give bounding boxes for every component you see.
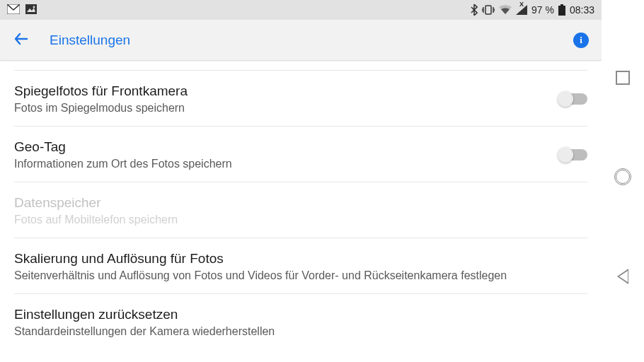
svg-rect-1 (25, 4, 37, 14)
svg-rect-3 (485, 6, 491, 14)
recent-apps-button[interactable] (616, 71, 630, 85)
svg-point-2 (33, 6, 35, 8)
bluetooth-icon (471, 4, 478, 16)
gmail-icon (7, 4, 20, 16)
item-geo-tag[interactable]: Geo-Tag Informationen zum Ort des Fotos … (14, 127, 587, 182)
svg-rect-4 (558, 6, 565, 16)
item-title: Spiegelfotos für Frontkamera (14, 83, 545, 99)
battery-icon (558, 4, 565, 16)
item-data-storage: Datenspeicher Fotos auf Mobiltelefon spe… (14, 182, 587, 238)
settings-list: Spiegelfotos für Frontkamera Fotos im Sp… (0, 61, 602, 349)
toggle-switch[interactable] (559, 93, 587, 105)
svg-rect-5 (560, 4, 563, 6)
app-bar: Einstellungen i (0, 20, 602, 61)
image-icon (25, 4, 37, 16)
info-icon[interactable]: i (573, 33, 589, 48)
page-title: Einstellungen (50, 33, 553, 48)
item-subtitle: Standardeinstellungen der Kamera wiederh… (14, 325, 587, 338)
home-button[interactable] (614, 168, 631, 185)
toggle-switch[interactable] (559, 149, 587, 160)
cell-signal-icon: X (516, 5, 527, 15)
item-scaling-resolution[interactable]: Skalierung und Auflösung für Fotos Seite… (14, 238, 587, 294)
item-subtitle: Fotos auf Mobiltelefon speichern (14, 214, 587, 226)
item-subtitle: Fotos im Spiegelmodus speichern (14, 102, 545, 115)
status-bar: X 97 % 08:33 (0, 0, 602, 20)
item-title: Datenspeicher (14, 195, 587, 211)
item-mirror-front-camera[interactable]: Spiegelfotos für Frontkamera Fotos im Sp… (14, 71, 587, 127)
back-arrow-icon[interactable] (13, 30, 30, 50)
system-nav-bar (602, 0, 644, 362)
vibrate-icon (482, 5, 495, 15)
item-subtitle: Seitenverhältnis und Auflösung von Fotos… (14, 269, 587, 282)
back-button[interactable] (617, 269, 628, 284)
item-reset-settings[interactable]: Einstellungen zurücksetzen Standardeinst… (14, 294, 587, 349)
clock-time: 08:33 (570, 4, 594, 16)
item-subtitle: Informationen zum Ort des Fotos speicher… (14, 158, 545, 170)
item-title: Skalierung und Auflösung für Fotos (14, 251, 587, 267)
wifi-icon (499, 5, 512, 15)
battery-percent: 97 % (531, 4, 554, 16)
item-title: Einstellungen zurücksetzen (14, 307, 587, 322)
item-title: Geo-Tag (14, 139, 545, 155)
